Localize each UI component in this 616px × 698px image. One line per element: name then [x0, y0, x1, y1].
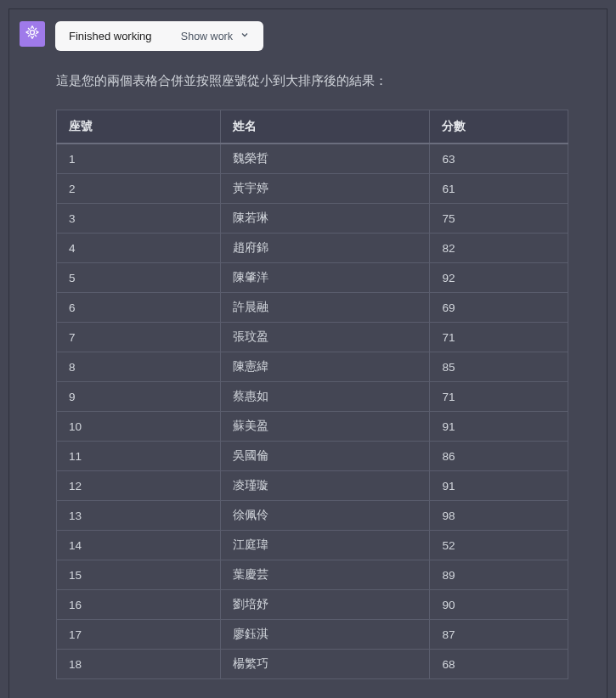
cell-name: 許晨融 — [220, 293, 430, 323]
cell-seat: 9 — [57, 382, 221, 412]
cell-seat: 18 — [57, 650, 221, 679]
cell-seat: 16 — [57, 590, 221, 620]
cell-score: 68 — [430, 650, 568, 679]
cell-score: 89 — [430, 560, 568, 590]
cell-score: 90 — [430, 590, 568, 620]
cell-name: 張玟盈 — [220, 323, 430, 352]
cell-name: 蘇美盈 — [220, 412, 430, 442]
cell-name: 劉培妤 — [220, 590, 430, 620]
table-row: 13徐佩伶98 — [57, 501, 568, 531]
table-row: 1魏榮哲63 — [57, 144, 568, 174]
table-row: 18楊繁巧68 — [57, 650, 568, 679]
table-row: 11吳國倫86 — [57, 442, 568, 471]
cell-seat: 2 — [57, 174, 221, 204]
cell-score: 71 — [430, 382, 568, 412]
cell-name: 葉慶芸 — [220, 560, 430, 590]
cell-seat: 10 — [57, 412, 221, 442]
cell-seat: 13 — [57, 501, 221, 531]
col-header-score: 分數 — [430, 110, 568, 144]
cell-seat: 3 — [57, 204, 221, 234]
table-row: 9蔡惠如71 — [57, 382, 568, 412]
chevron-down-icon — [240, 30, 250, 42]
cell-score: 91 — [430, 412, 568, 442]
cell-score: 86 — [430, 442, 568, 471]
col-header-name: 姓名 — [220, 110, 430, 144]
table-row: 5陳肇洋92 — [57, 263, 568, 293]
cell-score: 92 — [430, 263, 568, 293]
table-row: 15葉慶芸89 — [57, 560, 568, 590]
cell-seat: 11 — [57, 442, 221, 471]
table-row: 7張玟盈71 — [57, 323, 568, 352]
cell-score: 98 — [430, 501, 568, 531]
cell-name: 陳若琳 — [220, 204, 430, 234]
cell-name: 魏榮哲 — [220, 144, 430, 174]
table-row: 17廖鈺淇87 — [57, 620, 568, 650]
cell-name: 凌瑾璇 — [220, 471, 430, 501]
cell-name: 陳憲緯 — [220, 352, 430, 382]
table-row: 14江庭瑋52 — [57, 531, 568, 560]
cell-seat: 6 — [57, 293, 221, 323]
cell-name: 廖鈺淇 — [220, 620, 430, 650]
cell-score: 52 — [430, 531, 568, 560]
show-work-label: Show work — [181, 31, 233, 42]
code-interpreter-status[interactable]: Finished working Show work — [55, 21, 263, 51]
cell-name: 吳國倫 — [220, 442, 430, 471]
cell-seat: 1 — [57, 144, 221, 174]
col-header-seat: 座號 — [57, 110, 221, 144]
cell-score: 75 — [430, 204, 568, 234]
table-row: 12凌瑾璇91 — [57, 471, 568, 501]
openai-logo-icon — [24, 24, 41, 44]
cell-seat: 12 — [57, 471, 221, 501]
cell-seat: 17 — [57, 620, 221, 650]
cell-name: 黃宇婷 — [220, 174, 430, 204]
table-row: 2黃宇婷61 — [57, 174, 568, 204]
status-text: Finished working — [69, 30, 152, 42]
cell-score: 85 — [430, 352, 568, 382]
table-row: 3陳若琳75 — [57, 204, 568, 234]
cell-name: 趙府錦 — [220, 234, 430, 263]
table-row: 16劉培妤90 — [57, 590, 568, 620]
table-header-row: 座號 姓名 分數 — [57, 110, 568, 144]
cell-score: 61 — [430, 174, 568, 204]
cell-seat: 15 — [57, 560, 221, 590]
cell-score: 87 — [430, 620, 568, 650]
table-row: 6許晨融69 — [57, 293, 568, 323]
cell-name: 江庭瑋 — [220, 531, 430, 560]
cell-name: 楊繁巧 — [220, 650, 430, 679]
cell-score: 69 — [430, 293, 568, 323]
cell-name: 徐佩伶 — [220, 501, 430, 531]
cell-seat: 8 — [57, 352, 221, 382]
cell-seat: 7 — [57, 323, 221, 352]
cell-seat: 4 — [57, 234, 221, 263]
cell-score: 63 — [430, 144, 568, 174]
message-content: 這是您的兩個表格合併並按照座號從小到大排序後的結果： 座號 姓名 分數 1魏榮哲… — [9, 51, 607, 698]
cell-name: 蔡惠如 — [220, 382, 430, 412]
table-row: 8陳憲緯85 — [57, 352, 568, 382]
cell-seat: 5 — [57, 263, 221, 293]
assistant-avatar — [20, 21, 45, 47]
message-container: Finished working Show work 這是您的兩個表格合併並按照… — [8, 8, 608, 698]
cell-score: 91 — [430, 471, 568, 501]
cell-score: 71 — [430, 323, 568, 352]
table-row: 10蘇美盈91 — [57, 412, 568, 442]
table-row: 4趙府錦82 — [57, 234, 568, 263]
result-table: 座號 姓名 分數 1魏榮哲632黃宇婷613陳若琳754趙府錦825陳肇洋926… — [56, 110, 568, 679]
svg-point-0 — [31, 31, 35, 35]
intro-paragraph: 這是您的兩個表格合併並按照座號從小到大排序後的結果： — [56, 71, 568, 91]
cell-score: 82 — [430, 234, 568, 263]
cell-name: 陳肇洋 — [220, 263, 430, 293]
show-work-toggle[interactable]: Show work — [181, 30, 250, 42]
message-header: Finished working Show work — [9, 9, 607, 51]
cell-seat: 14 — [57, 531, 221, 560]
